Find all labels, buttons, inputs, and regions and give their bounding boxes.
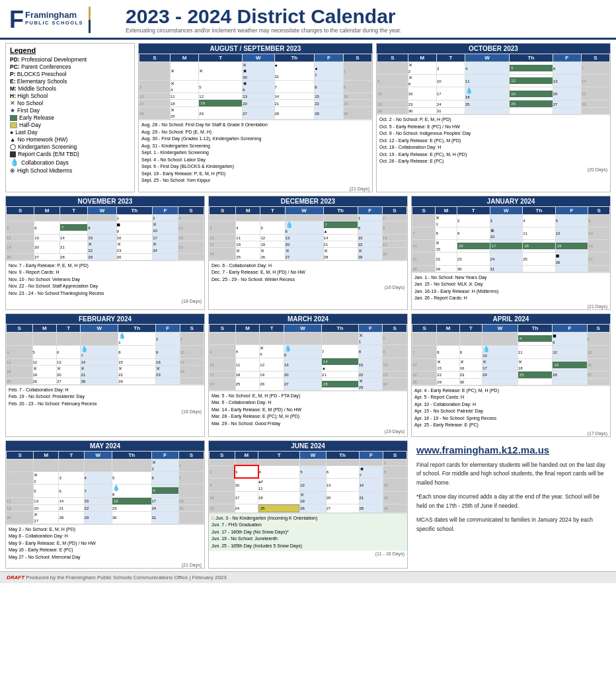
legend-first-day: ★ First Day bbox=[10, 107, 130, 114]
legend-k-screening: Kindergarten Screening bbox=[10, 143, 130, 150]
aug-sep-block: AUGUST / SEPTEMBER 2023 SMTWThFS ✕ ✕ ✕★3… bbox=[138, 43, 373, 192]
logo: F Framingham PUBLIC SCHOOLS bbox=[9, 7, 115, 33]
legend-hs-midterms: ⊗ High School Midterms bbox=[10, 167, 130, 174]
legend-pc: PC: Parent Conferences bbox=[10, 63, 130, 70]
june-notes: □ Jun. 3 - No Kindergarten (Incoming K O… bbox=[209, 513, 407, 551]
logo-public-schools: PUBLIC SCHOOLS bbox=[25, 20, 83, 26]
legend-no-school: ✕ No School bbox=[10, 100, 130, 106]
legend-no-hw: ▲ No Homework (HW) bbox=[10, 136, 130, 143]
legend-last-day: ● Last Day bbox=[10, 129, 130, 136]
aug-sep-notes: Aug. 28 - No School: First Day for Staff… bbox=[139, 120, 372, 186]
legend-pd: PD: Professional Development bbox=[10, 56, 130, 63]
aug-sep-header: AUGUST / SEPTEMBER 2023 bbox=[139, 44, 372, 54]
legend-h: H: High School bbox=[10, 93, 130, 99]
legend-early-release: Early Release bbox=[10, 114, 130, 121]
november-block: NOVEMBER 2023 SMTWThFS 1 2 4 5 6 7 8 ■9 bbox=[5, 196, 205, 310]
legend-collab-days: 💧 Collaboration Days bbox=[10, 158, 130, 167]
may-block: MAY 2024 SMTWThFS ✕1 2 ... ✕2 3 4 5 6 bbox=[5, 440, 205, 569]
header-subtitle: Extenuating circumstances and/or incleme… bbox=[126, 27, 401, 34]
right-text-2: *Each snow day incurred adds a day at th… bbox=[416, 493, 605, 510]
legend-title: Legend bbox=[10, 46, 130, 54]
legend-e: E: Elementary Schools bbox=[10, 78, 130, 85]
april-block: APRIL 2024 SMTWThFS 4 ■5 6 7 8 9 💧10 11 bbox=[411, 313, 611, 437]
draft-label: DRAFT bbox=[7, 575, 24, 580]
february-notes: Feb. 7 - Collaboration Day: H Feb. 19 - … bbox=[6, 385, 204, 409]
december-block: DECEMBER 2023 SMTWThFS 1 2 3 4 5 💧6 7▲ 8 bbox=[208, 196, 408, 310]
logo-framingham: Framingham bbox=[25, 11, 83, 20]
footer: DRAFT Produced by the Framingham Public … bbox=[0, 571, 616, 583]
page-title: 2023 - 2024 District Calendar bbox=[126, 5, 401, 27]
october-header: OCTOBER 2023 bbox=[377, 44, 610, 54]
header-title-block: 2023 - 2024 District Calendar Extenuatin… bbox=[126, 5, 401, 34]
footer-text: Produced by the Framingham Public School… bbox=[26, 575, 226, 580]
right-panel: www.framingham.k12.ma.us Final report ca… bbox=[411, 440, 611, 569]
november-notes: Nov. 7 - Early Release: P, E, M, H (PD) … bbox=[6, 260, 204, 299]
december-notes: Dec. 6 - Collaboration Day: H Dec. 7 - E… bbox=[209, 260, 407, 285]
legend-half-day: Half-Day bbox=[10, 122, 130, 128]
april-notes: Apr. 4 - Early Release: E (PC); M, H (PD… bbox=[412, 385, 610, 430]
june-block: JUNE 2024 SMTWThFS 1 2 3 4 5 6 ★7 8 bbox=[208, 440, 408, 569]
website-link[interactable]: www.framingham.k12.ma.us bbox=[416, 444, 605, 456]
right-text-1: Final report cards for elementary studen… bbox=[416, 461, 605, 488]
right-text-3: MCAS dates will be communicated to famil… bbox=[416, 516, 605, 534]
legend: Legend PD: Professional Development PC: … bbox=[5, 43, 135, 192]
october-notes: Oct. 2 - No School: P, E, M, H (PD) Oct.… bbox=[377, 114, 610, 167]
legend-m: M: Middle Schools bbox=[10, 85, 130, 92]
march-notes: Mar. 5 - No School: E, M, H (PD - FTA Da… bbox=[209, 391, 407, 429]
march-block: MARCH 2024 SMTWThFS ✕1 2 3 4 ✕5 💧6 7 8 bbox=[208, 313, 408, 437]
may-notes: May 2 - No School: E, M, H (PD) May 8 - … bbox=[6, 524, 204, 563]
february-block: FEBRUARY 2024 SMTWThFS 💧1 2 3 4 5 6 💧7 8 bbox=[5, 313, 205, 437]
legend-report-cards: Report Cards (E/M TBD) bbox=[10, 151, 130, 157]
january-block: JANUARY 2024 SMTWThFS ✕1 2 3 4 5 6 7 8 bbox=[411, 196, 611, 310]
october-block: OCTOBER 2023 SMTWThFS ✕2 3 4 5 6 7 8 ✕9 bbox=[376, 43, 611, 192]
legend-p: P: BLOCKS Preschool bbox=[10, 71, 130, 77]
january-notes: Jan. 1 - No School: New Years Day Jan. 1… bbox=[412, 272, 610, 303]
